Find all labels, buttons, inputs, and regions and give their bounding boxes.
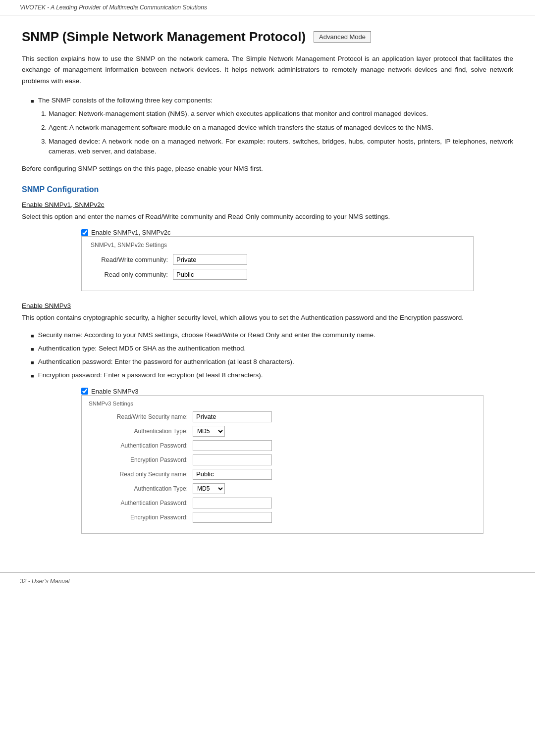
- bullet-header-item: ■ The SNMP consists of the following thr…: [31, 96, 513, 106]
- snmpv3-desc: This option contains cryptographic secur…: [22, 312, 513, 323]
- snmpv3-row-3: Encryption Password:: [89, 454, 476, 465]
- footer-page-label: 32 - User's Manual: [20, 578, 69, 585]
- snmpv3-bullet-text-2: Authentication password: Enter the passw…: [38, 357, 294, 367]
- snmpv3-bullet-text-1: Authentication type: Select MD5 or SHA a…: [38, 344, 246, 354]
- numbered-item-3: Managed device: A network node on a mana…: [49, 137, 513, 157]
- snmpv1-desc: Select this option and enter the names o…: [22, 211, 513, 222]
- snmpv3-label-6: Authentication Password:: [89, 500, 193, 506]
- snmpv3-settings-box: SNMPv3 Settings Read/Write Security name…: [81, 395, 483, 534]
- snmpv3-section: Enable SNMPv3 This option contains crypt…: [22, 302, 513, 533]
- header-tagline: VIVOTEK - A Leading Provider of Multimed…: [20, 4, 207, 11]
- snmpv3-row-4: Read only Security name:: [89, 469, 476, 480]
- snmpv1-ro-row: Read only community:: [89, 269, 466, 280]
- snmpv1-ro-label: Read only community:: [89, 271, 173, 278]
- snmpv1-rw-row: Read/Write community:: [89, 254, 466, 265]
- snmpv3-row-7: Encryption Password:: [89, 512, 476, 523]
- snmpv3-label-3: Encryption Password:: [89, 456, 193, 463]
- bullet-header-text: The SNMP consists of the following three…: [38, 96, 213, 106]
- snmpv3-bullets: ■ Security name: According to your NMS s…: [31, 330, 513, 381]
- snmpv3-auth-pw-input-2[interactable]: [193, 498, 272, 508]
- snmpv3-auth-type-select-2[interactable]: MD5 SHA: [193, 483, 225, 494]
- snmpv1-rw-input[interactable]: [173, 254, 247, 265]
- snmpv3-rw-security-input[interactable]: [193, 411, 272, 422]
- snmpv3-row-5: Authentication Type: MD5 SHA: [89, 483, 476, 494]
- bullet-icon: ■: [31, 97, 34, 105]
- snmpv3-enc-pw-input-1[interactable]: [193, 454, 272, 465]
- snmpv3-row-2: Authentication Password:: [89, 440, 476, 451]
- snmpv3-label-0: Read/Write Security name:: [89, 413, 193, 420]
- numbered-item-1: Manager: Network-management station (NMS…: [49, 109, 513, 119]
- snmpv3-checkbox-row: Enable SNMPv3: [81, 388, 513, 395]
- snmpv3-bullet-icon-1: ■: [31, 345, 34, 353]
- snmpv3-checkbox-label: Enable SNMPv3: [91, 388, 138, 395]
- snmpv3-bullet-0: ■ Security name: According to your NMS s…: [31, 330, 513, 341]
- snmpv3-bullet-text-0: Security name: According to your NMS set…: [38, 330, 375, 341]
- snmpv3-label-4: Read only Security name:: [89, 471, 193, 478]
- snmpv3-enc-pw-input-2[interactable]: [193, 512, 272, 523]
- snmpv1-rw-label: Read/Write community:: [89, 256, 173, 263]
- snmpv1-checkbox[interactable]: [81, 229, 88, 236]
- snmpv1-subtitle: Enable SNMPv1, SNMPv2c: [22, 201, 513, 208]
- snmpv3-row-6: Authentication Password:: [89, 498, 476, 508]
- snmpv3-label-2: Authentication Password:: [89, 442, 193, 449]
- snmpv1-settings-title: SNMPv1, SNMPv2c Settings: [89, 242, 169, 249]
- snmpv3-bullet-icon-2: ■: [31, 358, 34, 367]
- page-title: SNMP (Simple Network Management Protocol…: [22, 29, 306, 45]
- snmpv3-subtitle: Enable SNMPv3: [22, 302, 513, 309]
- snmpv1-checkbox-label: Enable SNMPv1, SNMPv2c: [91, 229, 170, 236]
- before-config-text: Before configuring SNMP settings on the …: [22, 164, 513, 174]
- snmpv1-section: Enable SNMPv1, SNMPv2c Select this optio…: [22, 201, 513, 292]
- bullet-list: ■ The SNMP consists of the following thr…: [31, 96, 513, 157]
- snmpv3-ro-security-input[interactable]: [193, 469, 272, 480]
- snmpv3-bullet-icon-3: ■: [31, 372, 34, 380]
- header-bar: VIVOTEK - A Leading Provider of Multimed…: [0, 0, 535, 15]
- snmpv3-label-7: Encryption Password:: [89, 514, 193, 521]
- numbered-item-2: Agent: A network-management software mod…: [49, 123, 513, 133]
- section-heading: SNMP Configuration: [22, 185, 513, 194]
- footer-bar: 32 - User's Manual: [0, 572, 535, 590]
- snmpv3-label-5: Authentication Type:: [89, 485, 193, 492]
- snmpv1-ro-input[interactable]: [173, 269, 247, 280]
- snmpv3-checkbox[interactable]: [81, 388, 88, 395]
- main-content: SNMP (Simple Network Management Protocol…: [0, 15, 535, 562]
- snmpv1-settings-box: SNMPv1, SNMPv2c Settings Read/Write comm…: [81, 236, 474, 291]
- page-title-row: SNMP (Simple Network Management Protocol…: [22, 29, 513, 45]
- snmpv3-row-0: Read/Write Security name:: [89, 411, 476, 422]
- snmpv3-row-1: Authentication Type: MD5 SHA: [89, 426, 476, 437]
- snmpv3-auth-type-select-1[interactable]: MD5 SHA: [193, 426, 225, 437]
- snmpv3-bullet-2: ■ Authentication password: Enter the pas…: [31, 357, 513, 367]
- snmpv3-bullet-icon-0: ■: [31, 332, 34, 340]
- numbered-list: Manager: Network-management station (NMS…: [49, 109, 513, 157]
- snmpv3-auth-pw-input-1[interactable]: [193, 440, 272, 451]
- snmpv3-bullet-3: ■ Encryption password: Enter a password …: [31, 370, 513, 381]
- advanced-mode-button[interactable]: Advanced Mode: [314, 31, 371, 43]
- snmpv3-label-1: Authentication Type:: [89, 428, 193, 435]
- snmpv3-bullet-text-3: Encryption password: Enter a password fo…: [38, 370, 263, 381]
- snmpv3-settings-title: SNMPv3 Settings: [89, 401, 476, 406]
- snmpv3-bullet-1: ■ Authentication type: Select MD5 or SHA…: [31, 344, 513, 354]
- intro-text: This section explains how to use the SNM…: [22, 53, 513, 87]
- snmpv1-checkbox-row: Enable SNMPv1, SNMPv2c: [81, 229, 513, 236]
